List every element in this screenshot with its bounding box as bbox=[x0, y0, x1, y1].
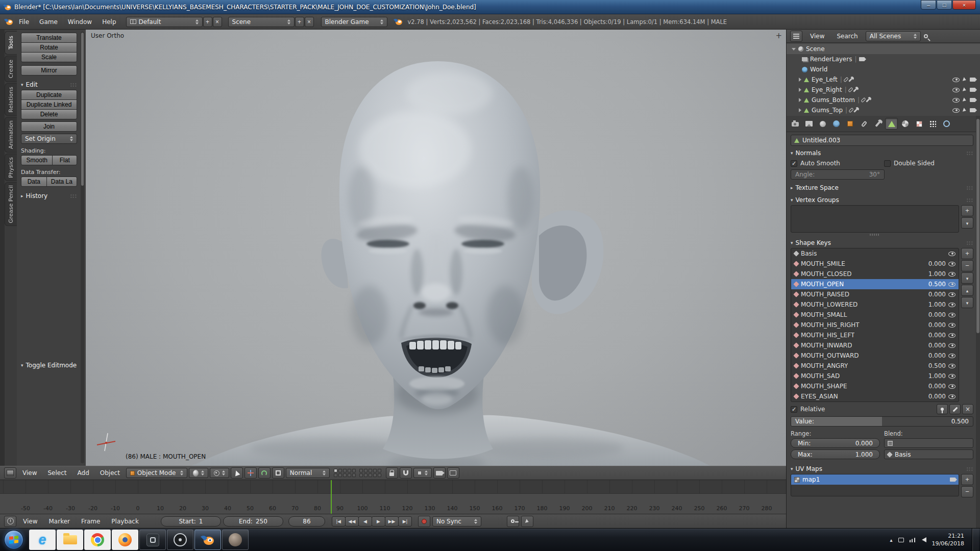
jump-to-end-button[interactable]: ▶| bbox=[398, 516, 412, 527]
manipulator-toggle-button[interactable] bbox=[231, 467, 243, 479]
taskbar-blender-icon[interactable] bbox=[194, 530, 221, 550]
search-icon[interactable] bbox=[924, 34, 928, 38]
renderable-icon[interactable] bbox=[970, 98, 975, 102]
sync-dropdown[interactable]: No Sync bbox=[432, 516, 481, 527]
render-icon[interactable] bbox=[859, 57, 865, 61]
eye-icon[interactable] bbox=[948, 364, 955, 368]
checkbox-unchecked-icon[interactable] bbox=[884, 160, 891, 167]
shape-key-row[interactable]: MOUTH_SAD1.000 bbox=[791, 371, 959, 381]
datablock-name-field[interactable]: Untitled.003 bbox=[791, 135, 973, 146]
layer-dot[interactable] bbox=[369, 473, 372, 477]
menu-file[interactable]: File bbox=[14, 18, 34, 26]
outliner-filter-dropdown[interactable]: All Scenes bbox=[866, 31, 921, 41]
taskbar-explorer-icon[interactable] bbox=[57, 530, 83, 550]
taskbar-chrome-icon[interactable] bbox=[84, 530, 111, 550]
tab-scene[interactable] bbox=[816, 118, 829, 130]
panel-drag-dots-icon[interactable] bbox=[966, 186, 973, 190]
viewport-menu-object[interactable]: Object bbox=[95, 469, 125, 477]
layer-dot[interactable] bbox=[359, 473, 363, 477]
shade-smooth-button[interactable]: Smooth bbox=[21, 155, 53, 165]
region-split-plus-icon[interactable]: + bbox=[775, 31, 782, 40]
viewport-menu-view[interactable]: View bbox=[18, 469, 41, 477]
keying-set-select-button[interactable] bbox=[521, 516, 533, 527]
history-panel-header[interactable]: History bbox=[21, 191, 77, 201]
eye-icon[interactable] bbox=[948, 394, 955, 399]
frame-end-field[interactable]: End:250 bbox=[223, 516, 283, 527]
range-max-field[interactable]: Max: 1.000 bbox=[791, 449, 880, 459]
next-keyframe-button[interactable]: ▶▶ bbox=[385, 516, 399, 527]
move-shape-key-up-button[interactable] bbox=[961, 285, 973, 296]
set-origin-dropdown[interactable]: Set Origin bbox=[21, 134, 77, 144]
viewport-shading-dropdown[interactable] bbox=[189, 468, 208, 478]
play-button[interactable]: ▶ bbox=[372, 516, 385, 527]
start-button[interactable] bbox=[4, 530, 23, 549]
timeline-keyframe-area[interactable] bbox=[0, 480, 786, 493]
delete-button[interactable]: Delete bbox=[21, 109, 77, 119]
uv-maps-panel-header[interactable]: UV Maps bbox=[791, 464, 973, 474]
shape-keys-panel-header[interactable]: Shape Keys bbox=[791, 238, 973, 248]
layer-dot[interactable] bbox=[378, 473, 381, 477]
mirror-button[interactable]: Mirror bbox=[21, 65, 77, 76]
snap-element-dropdown[interactable] bbox=[413, 468, 432, 478]
eye-icon[interactable] bbox=[948, 292, 955, 297]
tab-render-layers[interactable] bbox=[802, 118, 815, 130]
texture-space-panel-header[interactable]: Texture Space bbox=[791, 183, 973, 193]
layer-dot[interactable] bbox=[364, 473, 368, 477]
layer-dot[interactable] bbox=[373, 473, 377, 477]
jump-to-start-button[interactable]: |◀ bbox=[332, 516, 346, 527]
layer-dot[interactable] bbox=[378, 469, 381, 472]
panel-drag-dots-icon[interactable] bbox=[70, 194, 77, 198]
shape-key-row[interactable]: MOUTH_ANGRY0.500 bbox=[791, 361, 959, 371]
data-transfer-layout-button[interactable]: Data La bbox=[46, 177, 77, 187]
layer-dot[interactable] bbox=[334, 469, 337, 472]
menu-window[interactable]: Window bbox=[63, 18, 96, 26]
eye-icon[interactable] bbox=[948, 272, 955, 277]
layer-dot[interactable] bbox=[364, 469, 368, 472]
network-icon[interactable] bbox=[910, 537, 916, 542]
layer-dot[interactable] bbox=[343, 473, 347, 477]
renderable-icon[interactable] bbox=[970, 88, 975, 92]
render-icon[interactable] bbox=[950, 478, 955, 482]
transform-orientation-dropdown[interactable]: Normal bbox=[286, 468, 330, 478]
edit-panel-header[interactable]: Edit bbox=[21, 80, 77, 90]
rotate-button[interactable]: Rotate bbox=[21, 42, 77, 53]
opengl-render-button[interactable] bbox=[433, 467, 446, 479]
eye-icon[interactable] bbox=[948, 333, 955, 338]
layer-dot[interactable] bbox=[338, 469, 342, 472]
screen-layout-selector[interactable]: Default bbox=[126, 17, 203, 27]
blend-vertex-group-field[interactable] bbox=[884, 438, 973, 448]
tool-shelf-scrollbar[interactable] bbox=[81, 32, 84, 463]
show-hidden-icons-chevron[interactable]: ▴ bbox=[890, 537, 893, 543]
eye-icon[interactable] bbox=[948, 313, 955, 317]
outliner-item-renderlayers[interactable]: RenderLayers | bbox=[787, 54, 980, 64]
minimize-button[interactable]: – bbox=[921, 0, 936, 10]
shape-key-row[interactable]: MOUTH_RAISED0.000 bbox=[791, 289, 959, 299]
shape-key-row[interactable]: MOUTH_INWARD0.000 bbox=[791, 340, 959, 350]
disclosure-closed-icon[interactable] bbox=[799, 78, 801, 82]
add-uv-map-button[interactable] bbox=[961, 474, 973, 485]
shape-key-row[interactable]: MOUTH_LOWERED1.000 bbox=[791, 299, 959, 310]
shape-key-row[interactable]: Basis bbox=[791, 248, 959, 259]
tab-physics[interactable]: Physics bbox=[5, 154, 17, 181]
shape-key-value-slider[interactable]: Value: 0.500 bbox=[791, 416, 973, 427]
panel-drag-dots-icon[interactable] bbox=[70, 83, 77, 87]
previous-keyframe-button[interactable]: ◀◀ bbox=[345, 516, 359, 527]
tab-relations[interactable]: Relations bbox=[5, 83, 17, 116]
snap-toggle-button[interactable] bbox=[400, 467, 412, 479]
timeline-playhead[interactable] bbox=[331, 480, 332, 514]
tab-animation[interactable]: Animation bbox=[5, 117, 17, 153]
outliner-editor-type-button[interactable] bbox=[790, 31, 802, 42]
outliner-menu-search[interactable]: Search bbox=[832, 33, 862, 40]
shape-key-row[interactable]: MOUTH_SMALL0.000 bbox=[791, 310, 959, 320]
uv-map-row-selected[interactable]: map1 bbox=[791, 474, 959, 485]
outliner-item-eye-left[interactable]: Eye_Left | bbox=[787, 74, 980, 85]
tab-object-data[interactable] bbox=[885, 118, 898, 130]
eye-icon[interactable] bbox=[952, 78, 960, 82]
toggle-editmode-header[interactable]: Toggle Editmode bbox=[21, 360, 81, 370]
shape-key-row[interactable]: MOUTH_HIS_LEFT0.000 bbox=[791, 330, 959, 340]
menu-help[interactable]: Help bbox=[97, 18, 120, 26]
taskbar-firefox-icon[interactable] bbox=[112, 530, 138, 550]
maximize-button[interactable]: □ bbox=[937, 0, 952, 10]
disclosure-open-icon[interactable] bbox=[792, 48, 796, 51]
panel-drag-dots-icon[interactable] bbox=[966, 198, 973, 203]
